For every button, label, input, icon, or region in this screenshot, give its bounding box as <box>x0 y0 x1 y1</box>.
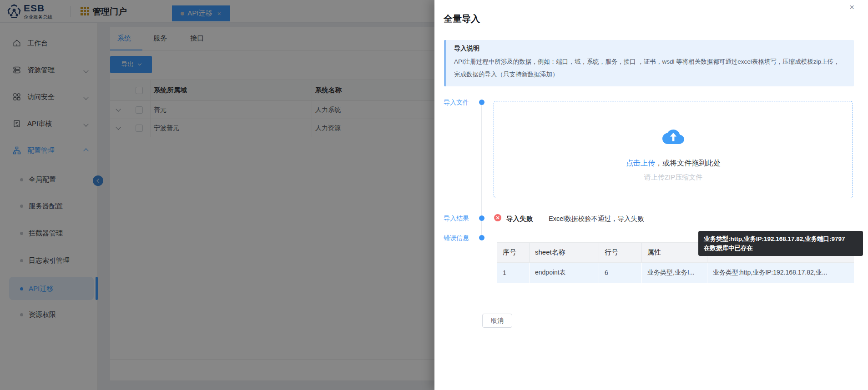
notice-body: API注册过程中所涉及的数据，例如：端口，域，系统，服务，接口 ，证书，wsdl… <box>454 55 846 81</box>
upload-hint: 请上传ZIP压缩文件 <box>494 173 853 182</box>
drawer-close-icon[interactable]: × <box>849 2 854 12</box>
cell-attr: 业务类型,业务I... <box>642 263 707 283</box>
notice-title: 导入说明 <box>454 45 846 53</box>
step-label-import-file: 导入文件 <box>444 99 469 107</box>
step-label-import-result: 导入结果 <box>444 215 469 223</box>
upload-drag-text: ，或将文件拖到此处 <box>655 159 721 167</box>
full-import-drawer: × 全量导入 导入说明 API注册过程中所涉及的数据，例如：端口，域，系统，服务… <box>434 0 868 390</box>
app-root: ESB 企业服务总线 管理门户 API迁移 × <box>0 0 868 390</box>
cell-detail: 业务类型:http,业务IP:192.168.17.82,业... <box>707 263 854 283</box>
col-index: 序号 <box>497 243 530 262</box>
cancel-button[interactable]: 取消 <box>482 314 512 328</box>
col-row: 行号 <box>599 243 642 262</box>
step-label-error-info: 错误信息 <box>444 234 469 242</box>
cell-row: 6 <box>599 263 642 283</box>
cloud-upload-icon <box>494 129 853 146</box>
step-dot-icon <box>479 215 484 221</box>
import-result-message: Excel数据校验不通过，导入失败 <box>549 215 644 223</box>
cell-sheet: endpoint表 <box>530 263 599 283</box>
col-attr: 属性 <box>642 243 707 262</box>
error-circle-icon <box>494 214 501 221</box>
col-sheet: sheet名称 <box>530 243 599 262</box>
error-table-row[interactable]: 1 endpoint表 6 业务类型,业务I... 业务类型:http,业务IP… <box>497 263 854 283</box>
error-detail-tooltip: 业务类型:http,业务IP:192.168.17.82,业务端口:9797 在… <box>698 231 863 256</box>
drawer-title: 全量导入 <box>444 13 480 25</box>
import-result-status: 导入失败 <box>506 215 533 223</box>
step-dot-icon <box>479 235 484 240</box>
upload-instruction: 点击上传，或将文件拖到此处 <box>494 159 853 168</box>
import-notice-box: 导入说明 API注册过程中所涉及的数据，例如：端口，域，系统，服务，接口 ，证书… <box>444 40 854 86</box>
cell-index: 1 <box>497 263 530 283</box>
step-dot-icon <box>479 100 484 105</box>
upload-click-link[interactable]: 点击上传 <box>626 159 655 167</box>
upload-dropzone[interactable]: 点击上传，或将文件拖到此处 请上传ZIP压缩文件 <box>494 101 853 198</box>
